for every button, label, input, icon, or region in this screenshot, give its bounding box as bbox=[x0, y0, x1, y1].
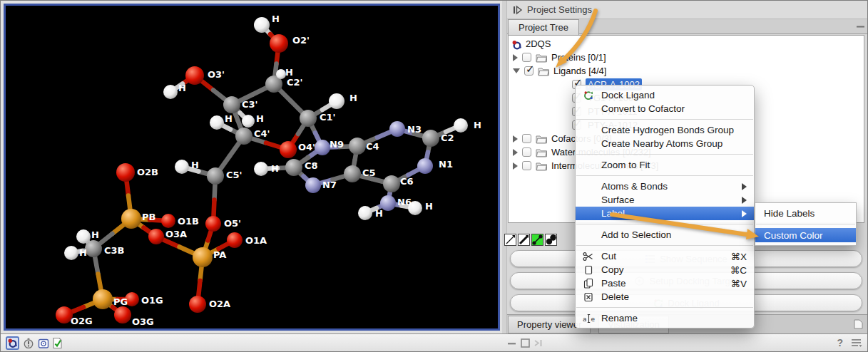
atom-C5[interactable] bbox=[344, 165, 361, 182]
panel-expand-icon[interactable] bbox=[512, 4, 524, 16]
at-box-button[interactable] bbox=[36, 336, 50, 350]
atom-O3G[interactable] bbox=[114, 306, 131, 323]
atom-H-C2p[interactable] bbox=[276, 69, 286, 79]
atom-C3p[interactable] bbox=[223, 96, 240, 113]
atom-O3A[interactable] bbox=[148, 229, 164, 244]
atom-H-C8[interactable] bbox=[254, 162, 268, 176]
tree-checkbox[interactable] bbox=[522, 147, 531, 157]
menu-item-atoms-bonds[interactable]: Atoms & Bonds bbox=[576, 180, 754, 193]
style-button-wireframe[interactable] bbox=[504, 234, 516, 246]
menu-item-paste[interactable]: Paste⌘V bbox=[576, 276, 754, 290]
document-icon[interactable] bbox=[854, 319, 863, 329]
viewport-3d[interactable]: HO2'C2'HO3'HC3'HHC4'O4'C1'HC5'HHN9C8N7C4… bbox=[4, 4, 500, 331]
menu-item-copy[interactable]: Copy⌘C bbox=[576, 263, 754, 276]
tree-item-2dqs[interactable]: 2DQS bbox=[511, 37, 553, 51]
atom-label-H-C2: H bbox=[474, 120, 481, 130]
menu-item-create-hydrogen-bonds-group[interactable]: Create Hydrogen Bonds Group bbox=[576, 123, 754, 137]
detach-icon[interactable] bbox=[531, 336, 545, 350]
molecule-icon-button[interactable] bbox=[6, 336, 19, 350]
atom-O2A[interactable] bbox=[189, 296, 206, 313]
atom-C6[interactable] bbox=[383, 175, 400, 192]
panel-title: Project Settings bbox=[527, 4, 592, 15]
disclosure-right-icon[interactable] bbox=[513, 135, 518, 143]
menu-item-zoom-to-fit[interactable]: Zoom to Fit bbox=[576, 158, 754, 172]
disclosure-right-icon[interactable] bbox=[513, 162, 518, 170]
atom-H-C3Bb[interactable] bbox=[64, 246, 78, 260]
atom-O2B[interactable] bbox=[116, 163, 135, 182]
atom-O4p[interactable] bbox=[280, 141, 297, 158]
atom-H-C3p[interactable] bbox=[242, 115, 255, 128]
atom-label-PG: PG bbox=[113, 296, 128, 307]
atom-O5p[interactable] bbox=[205, 216, 221, 232]
atom-label-H-C5p: H bbox=[191, 160, 199, 170]
menu-separator bbox=[576, 307, 753, 308]
atom-O1B[interactable] bbox=[161, 214, 175, 228]
tree-checkbox[interactable] bbox=[522, 134, 531, 143]
menu-item-surface[interactable]: Surface bbox=[576, 193, 754, 207]
style-button-spacefill[interactable] bbox=[545, 234, 557, 246]
atom-O2p[interactable] bbox=[270, 34, 288, 53]
atom-H-C3Ba[interactable] bbox=[76, 229, 91, 244]
collapse-panel-icon[interactable] bbox=[857, 24, 864, 30]
menu-item-delete[interactable]: Delete bbox=[576, 290, 754, 304]
tab-project-tree[interactable]: Project Tree bbox=[508, 19, 579, 35]
molecule-3d-view[interactable]: HO2'C2'HO3'HC3'HHC4'O4'C1'HC5'HHN9C8N7C4… bbox=[4, 4, 500, 331]
atom-label-H-C3Ba: H bbox=[91, 229, 99, 240]
atom-PG[interactable] bbox=[93, 289, 113, 309]
document-check-button[interactable] bbox=[51, 336, 64, 350]
menu-item-add-to-selection[interactable]: Add to Selection bbox=[576, 228, 754, 242]
tree-checkbox[interactable] bbox=[522, 161, 531, 170]
atom-N7[interactable] bbox=[305, 177, 321, 193]
style-button-licorice[interactable] bbox=[518, 234, 530, 246]
atom-O3p[interactable] bbox=[185, 66, 204, 85]
submenu-arrow-icon bbox=[742, 183, 747, 190]
menu-item-convert-to-cofactor[interactable]: Convert to Cofactor bbox=[576, 102, 754, 115]
menu-item-cut[interactable]: Cut⌘X bbox=[576, 249, 754, 263]
list-menu-icon[interactable] bbox=[849, 336, 863, 350]
tree-checkbox[interactable] bbox=[524, 66, 533, 76]
menu-item-custom-color[interactable]: Custom Color bbox=[755, 228, 856, 242]
menu-item-label: Zoom to Fit bbox=[601, 160, 650, 170]
minus-icon[interactable] bbox=[505, 336, 519, 350]
menu-item-rename[interactable]: aeRename bbox=[576, 311, 754, 325]
atom-O1A[interactable] bbox=[227, 232, 242, 248]
atom-C3B[interactable] bbox=[85, 240, 102, 257]
disclosure-right-icon[interactable] bbox=[513, 149, 518, 156]
atom-PB[interactable] bbox=[121, 209, 141, 229]
atom-H-O3p[interactable] bbox=[163, 85, 178, 99]
atom-C4p[interactable] bbox=[235, 128, 252, 145]
atom-C8[interactable] bbox=[285, 159, 302, 176]
tree-checkbox[interactable] bbox=[522, 53, 531, 62]
atom-C5p[interactable] bbox=[207, 167, 224, 185]
atom-N3[interactable] bbox=[389, 121, 405, 137]
atom-H-C5p[interactable] bbox=[175, 160, 189, 174]
atom-C1p[interactable] bbox=[300, 110, 317, 127]
help-icon[interactable]: ? bbox=[837, 337, 843, 348]
atom-C2[interactable] bbox=[422, 130, 439, 147]
tree-item-ligands-4-4-[interactable]: Ligands [4/4] bbox=[513, 64, 608, 78]
atom-H-C1p[interactable] bbox=[329, 93, 344, 109]
atom-N1[interactable] bbox=[417, 158, 433, 174]
atom-C4[interactable] bbox=[349, 138, 366, 155]
menu-item-label: Create Nearby Atoms Group bbox=[601, 138, 723, 149]
atom-H-O2p[interactable] bbox=[254, 17, 270, 33]
status-bar: ? bbox=[1, 333, 868, 352]
atom-H-C4pb[interactable] bbox=[210, 115, 224, 130]
menu-item-hide-labels[interactable]: Hide Labels bbox=[755, 206, 856, 220]
atom-H-N6a[interactable] bbox=[358, 206, 372, 220]
style-button-ball-and-stick[interactable] bbox=[531, 234, 543, 246]
disclosure-right-icon[interactable] bbox=[513, 54, 518, 61]
panel-splitter[interactable] bbox=[502, 1, 507, 333]
menu-item-create-nearby-atoms-group[interactable]: Create Nearby Atoms Group bbox=[576, 137, 754, 150]
menu-item-dock-ligand[interactable]: Dock Ligand bbox=[576, 88, 754, 102]
atom-label-O1G: O1G bbox=[141, 295, 163, 306]
menu-item-label[interactable]: Label bbox=[576, 207, 754, 220]
atom-PA[interactable] bbox=[193, 247, 213, 267]
clock-warning-icon bbox=[23, 338, 34, 349]
window-icon[interactable] bbox=[519, 336, 532, 350]
atom-N9[interactable] bbox=[315, 140, 330, 155]
atom-H-C2[interactable] bbox=[454, 118, 468, 133]
disclosure-down-icon[interactable] bbox=[513, 68, 520, 73]
folder-icon bbox=[536, 53, 548, 63]
clock-warning-button[interactable] bbox=[21, 336, 35, 350]
